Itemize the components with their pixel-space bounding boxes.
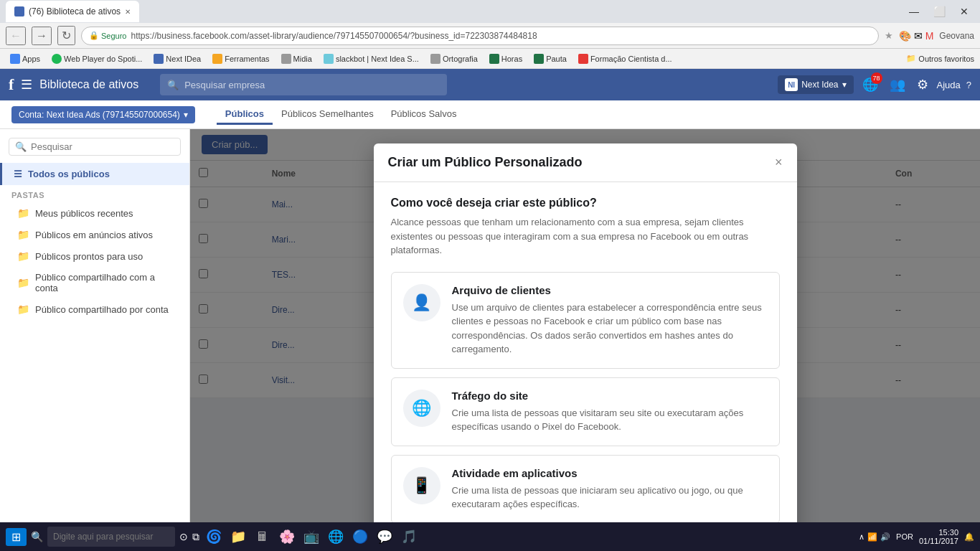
sidebar-folder-compartilhado-por-conta[interactable]: 📁 Público compartilhado por conta xyxy=(0,298,189,320)
bookmark-slackbot[interactable]: slackbot | Next Idea S... xyxy=(319,52,423,65)
bookmark-nextidea[interactable]: Next IDea xyxy=(149,52,205,65)
color-extension-icon[interactable]: 🎨 xyxy=(899,30,911,42)
file-explorer-icon[interactable]: 📁 xyxy=(228,527,248,547)
task-view-icon[interactable]: ⧉ xyxy=(192,531,199,543)
bookmark-ortografia[interactable]: Ortografia xyxy=(426,52,482,65)
option-title-atividade-aplicativos: Atividade em aplicativos xyxy=(452,467,768,479)
close-button[interactable]: ✕ xyxy=(954,3,974,20)
date-display: 01/11/2017 xyxy=(919,537,958,545)
modal-close-button[interactable]: × xyxy=(775,155,783,170)
cortana-icon[interactable]: ⊙ xyxy=(179,531,188,542)
tab-close-button[interactable]: ✕ xyxy=(125,8,131,16)
address-text[interactable]: https://business.facebook.com/asset-libr… xyxy=(131,31,537,41)
browser-titlebar: (76) Biblioteca de ativos ✕ — ⬜ ✕ xyxy=(0,0,980,23)
folder-icon-prontos: 📁 xyxy=(17,250,29,262)
sidebar-folder-compartilhado-conta[interactable]: 📁 Público compartilhado com a conta xyxy=(0,267,189,298)
option-content-atividade-aplicativos: Atividade em aplicativos Crie uma lista … xyxy=(452,467,768,512)
ortografia-bookmark-icon xyxy=(430,54,440,64)
account-name: Next Idea xyxy=(801,80,838,90)
lock-icon: 🔒 xyxy=(89,31,99,40)
active-tab[interactable]: (76) Biblioteca de ativos ✕ xyxy=(6,1,139,22)
other-bookmarks[interactable]: 📁 Outros favoritos xyxy=(906,54,974,63)
calculator-icon[interactable]: 🖩 xyxy=(253,527,273,547)
people-icon[interactable]: 👥 xyxy=(887,74,908,95)
tab-publicos[interactable]: Públicos xyxy=(217,105,273,125)
taskbar: ⊞ 🔍 ⊙ ⧉ 🌀 📁 🖩 🌸 📺 🌐 🔵 💬 🎵 ∧ 📶 🔊 POR 15:3… xyxy=(0,522,980,551)
modal-description: Alcance pessoas que tenham um relacionam… xyxy=(391,215,780,258)
modal-subtitle: Como você deseja criar este público? xyxy=(391,197,780,209)
bookmark-midia[interactable]: Midia xyxy=(277,52,316,65)
bookmark-horas[interactable]: Horas xyxy=(485,52,527,65)
notifications-button[interactable]: 🌐 78 xyxy=(859,74,881,95)
gmail-extension-icon[interactable]: M xyxy=(925,30,934,42)
search-input[interactable] xyxy=(184,80,440,90)
modal-title: Criar um Público Personalizado xyxy=(388,155,583,170)
sidebar-search-input[interactable] xyxy=(31,141,174,152)
clock: 15:30 01/11/2017 xyxy=(919,528,958,545)
mail-extension-icon[interactable]: ✉ xyxy=(914,30,923,42)
question-icon[interactable]: ? xyxy=(966,80,971,90)
star-icon[interactable]: ★ xyxy=(885,30,893,41)
sidebar-folder-anuncios-ativos[interactable]: 📁 Públicos em anúncios ativos xyxy=(0,224,189,245)
address-box[interactable]: 🔒 Seguro https://business.facebook.com/a… xyxy=(81,27,879,45)
option-title-arquivo-clientes: Arquivo de clientes xyxy=(452,284,768,296)
spotify-taskbar-icon[interactable]: 🎵 xyxy=(399,527,419,547)
photos-icon[interactable]: 🌸 xyxy=(277,527,297,547)
modal-body: Como você deseja criar este público? Alc… xyxy=(374,182,797,525)
window-controls: — ⬜ ✕ xyxy=(903,3,974,20)
apps-bookmark-icon xyxy=(10,54,20,64)
skype-icon[interactable]: 💬 xyxy=(374,527,395,547)
pauta-bookmark-icon xyxy=(534,54,544,64)
forward-button[interactable]: → xyxy=(32,27,52,45)
edge-browser-icon[interactable]: 🌀 xyxy=(204,527,224,547)
sidebar-search[interactable]: 🔍 xyxy=(9,138,181,156)
refresh-button[interactable]: ↻ xyxy=(57,26,75,45)
option-desc-arquivo-clientes: Use um arquivo de clientes para estabele… xyxy=(452,301,768,357)
tab-title: (76) Biblioteca de ativos xyxy=(29,6,121,17)
bookmark-ferramentas[interactable]: Ferramentas xyxy=(208,52,273,65)
hamburger-menu-icon[interactable]: ☰ xyxy=(21,77,32,93)
content-area: Criar púb... Nome Disponibilidade Da xyxy=(190,129,980,525)
back-button[interactable]: ← xyxy=(6,27,26,45)
notifications-taskbar-icon[interactable]: 🔔 xyxy=(964,532,974,542)
start-button[interactable]: ⊞ xyxy=(6,528,27,546)
help-label[interactable]: Ajuda xyxy=(937,80,961,90)
list-icon: ☰ xyxy=(14,169,22,179)
option-card-arquivo-clientes[interactable]: 👤 Arquivo de clientes Use um arquivo de … xyxy=(391,272,780,369)
facebook-topbar: f ☰ Biblioteca de ativos 🔍 NI Next Idea … xyxy=(0,69,980,100)
chrome-icon[interactable]: 🔵 xyxy=(350,527,370,547)
modal-options: 👤 Arquivo de clientes Use um arquivo de … xyxy=(391,272,780,526)
modal-overlay: Criar um Público Personalizado × Como vo… xyxy=(190,129,980,525)
sidebar-folder-prontos[interactable]: 📁 Públicos prontos para uso xyxy=(0,245,189,267)
account-button[interactable]: NI Next Idea ▾ xyxy=(778,75,853,94)
media-icon[interactable]: 📺 xyxy=(301,527,321,547)
bookmark-formacao[interactable]: Formação Cientista d... xyxy=(574,52,677,65)
maximize-button[interactable]: ⬜ xyxy=(928,3,951,20)
bookmarks-bar: Apps Web Player do Spoti... Next IDea Fe… xyxy=(0,49,980,69)
user-label: Geovana xyxy=(939,31,974,41)
bookmark-pauta[interactable]: Pauta xyxy=(529,52,571,65)
option-card-atividade-aplicativos[interactable]: 📱 Atividade em aplicativos Crie uma list… xyxy=(391,455,780,524)
settings-icon[interactable]: ⚙ xyxy=(914,74,931,95)
slackbot-bookmark-icon xyxy=(324,54,334,64)
sidebar-item-todos-publicos[interactable]: ☰ Todos os públicos xyxy=(0,163,189,185)
option-icon-trafego-site: 🌐 xyxy=(403,390,440,427)
formacao-bookmark-icon xyxy=(578,54,588,64)
browser-icon[interactable]: 🌐 xyxy=(326,527,346,547)
minimize-button[interactable]: — xyxy=(903,3,925,20)
account-dropdown[interactable]: Conta: Next Idea Ads (797145507000654) ▾ xyxy=(11,106,195,123)
chevron-up-icon[interactable]: ∧ xyxy=(859,532,864,542)
search-box[interactable]: 🔍 xyxy=(160,74,447,95)
folder-icon-compartilhado-por-conta: 📁 xyxy=(17,303,29,315)
dropdown-chevron-icon: ▾ xyxy=(184,110,188,120)
option-card-trafego-site[interactable]: 🌐 Tráfego do site Crie uma lista de pess… xyxy=(391,377,780,446)
right-icons: NI Next Idea ▾ 🌐 78 👥 ⚙ Ajuda ? xyxy=(778,74,971,95)
tab-semelhantes[interactable]: Públicos Semelhantes xyxy=(273,105,382,125)
language-label: POR xyxy=(896,532,913,541)
tab-salvos[interactable]: Públicos Salvos xyxy=(382,105,466,125)
sidebar-folder-recentes[interactable]: 📁 Meus públicos recentes xyxy=(0,202,189,224)
section-title: Biblioteca de ativos xyxy=(39,78,138,91)
bookmark-apps[interactable]: Apps xyxy=(6,52,44,65)
bookmark-spotify[interactable]: Web Player do Spoti... xyxy=(47,52,146,65)
taskbar-search-input[interactable] xyxy=(47,527,175,547)
